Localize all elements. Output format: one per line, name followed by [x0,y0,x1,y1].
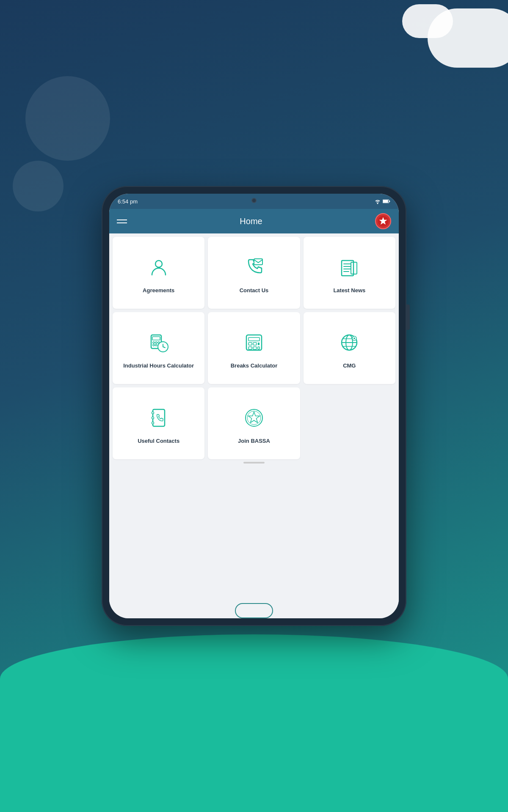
ground-decoration [0,634,508,812]
svg-point-43 [247,411,261,425]
grid-item-latest-news[interactable]: Latest News [304,237,395,309]
contact-us-label: Contact Us [240,287,269,294]
breaks-calculator-icon [241,330,267,355]
tablet-device: 6:54 pm Home [102,186,406,626]
side-button [406,304,410,330]
contact-us-icon [241,255,267,280]
useful-contacts-label: Useful Contacts [138,437,179,445]
grid-item-breaks-calculator[interactable]: Breaks Calculator [208,312,300,384]
svg-rect-29 [253,347,257,349]
grid-area: Agreements Contact Us [109,233,399,618]
svg-point-18 [153,344,155,346]
svg-rect-26 [253,343,257,345]
status-time: 6:54 pm [118,198,138,205]
join-bassa-label: Join BASSA [238,437,270,445]
svg-point-41 [152,422,154,424]
hamburger-line [117,222,127,223]
svg-rect-2 [389,201,390,202]
svg-point-40 [152,417,154,419]
grid-item-industrial-hours[interactable]: Industrial Hours Calculator [113,312,204,384]
status-icons [374,198,390,204]
grid-item-agreements[interactable]: Agreements [113,237,204,309]
hamburger-menu[interactable] [117,219,127,223]
svg-rect-27 [258,343,260,345]
grid-item-contact-us[interactable]: Contact Us [208,237,300,309]
svg-rect-25 [248,343,252,345]
svg-rect-1 [383,200,388,203]
top-nav: Home [109,209,399,233]
join-bassa-icon [241,405,267,431]
battery-icon [383,199,390,204]
cmg-label: CMG [343,362,356,370]
industrial-hours-icon [146,330,171,355]
svg-point-15 [153,342,155,343]
grid-item-cmg[interactable]: CMG [304,312,395,384]
agreements-label: Agreements [143,287,174,294]
svg-rect-6 [254,259,262,265]
camera [251,198,257,203]
breaks-calculator-label: Breaks Calculator [231,362,278,370]
svg-rect-14 [152,337,160,340]
latest-news-icon [337,255,362,280]
svg-rect-7 [342,261,353,276]
bassa-logo-icon [377,215,389,227]
home-button[interactable] [235,603,273,618]
scroll-indicator [243,462,265,464]
cmg-icon [337,330,362,355]
svg-point-39 [152,411,154,414]
user-avatar[interactable] [375,213,391,229]
screen: 6:54 pm Home [109,194,399,618]
svg-point-37 [353,337,355,339]
wifi-icon [374,198,381,204]
industrial-hours-label: Industrial Hours Calculator [123,362,194,370]
page-title: Home [240,217,262,226]
grid-item-empty [304,387,395,459]
app-grid: Agreements Contact Us [113,237,395,459]
svg-point-16 [155,342,157,343]
grid-item-join-bassa[interactable]: Join BASSA [208,387,300,459]
agreements-icon [146,255,171,280]
svg-marker-44 [248,412,260,423]
svg-rect-38 [153,409,165,426]
svg-rect-28 [248,347,252,349]
svg-point-5 [155,261,162,267]
hamburger-line [117,219,127,220]
latest-news-label: Latest News [333,287,365,294]
grid-item-useful-contacts[interactable]: Useful Contacts [113,387,204,459]
svg-rect-24 [248,337,260,341]
svg-point-19 [155,344,157,346]
useful-contacts-icon [146,405,171,431]
svg-rect-30 [258,347,260,349]
